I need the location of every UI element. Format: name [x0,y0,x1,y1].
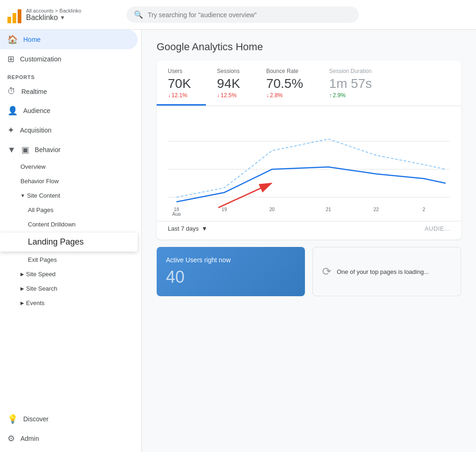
sidebar-home-label: Home [23,36,40,43]
sidebar-item-behavior[interactable]: ▼ ▣ Behavior [0,140,138,160]
loading-icon: ⟳ [322,265,331,278]
duration-change-value: 2.9% [333,92,345,99]
svg-text:2: 2 [423,206,425,212]
sidebar-item-acquisition[interactable]: ✦ Acquisition [0,120,138,140]
users-label: Users [168,68,191,74]
exit-pages-label: Exit Pages [28,256,57,263]
sidebar-item-content-drilldown[interactable]: Content Drilldown [0,217,141,232]
account-dropdown-arrow: ▼ [60,14,65,21]
content-inner: Google Analytics Home Users 70K ↓ 12.1% [142,30,476,452]
behavior-expand-icon: ▼ [7,145,16,155]
active-users-title: Active Users right now [166,256,296,264]
sidebar-item-landing-pages[interactable]: Landing Pages [0,233,138,252]
stats-tabs: Users 70K ↓ 12.1% Sessions 94K ↓ 12 [157,60,461,106]
sidebar-audience-label: Audience [23,107,50,114]
sidebar-item-home[interactable]: 🏠 Home [0,30,138,49]
page-title: Google Analytics Home [157,41,461,53]
sessions-change-value: 12.5% [221,92,237,99]
users-change: ↓ 12.1% [168,92,191,99]
sessions-down-arrow: ↓ [217,92,220,99]
svg-text:22: 22 [374,206,379,212]
analytics-logo [7,7,21,23]
content-drilldown-label: Content Drilldown [28,221,76,228]
date-range-button[interactable]: Last 7 days ▼ [168,225,207,232]
account-name-button[interactable]: Backlinko ▼ [26,13,81,22]
sidebar: 🏠 Home ⊞ Customization REPORTS ⏱ Realtim… [0,30,142,452]
analytics-chart: 18 Aug 19 20 21 22 2 [168,113,450,216]
bounce-value: 70.5% [266,76,303,91]
bottom-cards: Active Users right now 40 ⟳ One of your … [157,247,461,296]
sidebar-item-admin[interactable]: ⚙ Admin [0,429,138,448]
customization-icon: ⊞ [7,54,14,64]
chart-footer: Last 7 days ▼ AUDIE... [157,221,461,239]
date-range-label: Last 7 days [168,225,199,232]
loading-card: ⟳ One of your top pages is loading... [312,247,462,296]
stat-tab-bounce[interactable]: Bounce Rate 70.5% ↓ 2.8% [255,60,318,106]
sidebar-item-site-search[interactable]: ▶ Site Search [0,281,141,296]
sidebar-item-events[interactable]: ▶ Events [0,296,141,310]
sidebar-item-exit-pages[interactable]: Exit Pages [0,253,141,267]
landing-pages-label: Landing Pages [28,237,84,246]
behavior-icon: ▣ [21,145,29,155]
date-range-arrow: ▼ [202,225,208,232]
admin-icon: ⚙ [7,433,15,444]
sidebar-item-customization[interactable]: ⊞ Customization [0,49,138,69]
sidebar-item-audience[interactable]: 👤 Audience [0,101,138,120]
home-icon: 🏠 [7,34,18,45]
reports-section-label: REPORTS [0,69,141,82]
acquisition-icon: ✦ [7,125,14,135]
svg-text:19: 19 [222,206,227,212]
bounce-label: Bounce Rate [266,68,303,74]
chart-area: 18 Aug 19 20 21 22 2 [157,106,461,221]
search-bar[interactable]: 🔍 [126,7,359,23]
sidebar-acquisition-label: Acquisition [20,126,52,134]
svg-text:20: 20 [269,206,274,212]
sidebar-discover-label: Discover [23,415,48,423]
discover-icon: 💡 [7,414,18,424]
bounce-change: ↓ 2.8% [266,92,303,99]
audience-overview-link[interactable]: AUDIE... [424,225,450,232]
site-content-label: Site Content [27,192,60,199]
main-layout: 🏠 Home ⊞ Customization REPORTS ⏱ Realtim… [0,30,476,452]
main-content: Google Analytics Home Users 70K ↓ 12.1% [142,30,476,452]
bounce-down-arrow: ↓ [266,92,269,99]
active-users-value: 40 [166,267,296,287]
sidebar-item-behavior-overview[interactable]: Overview [0,160,141,174]
active-users-card: Active Users right now 40 [157,247,305,296]
stats-card: Users 70K ↓ 12.1% Sessions 94K ↓ 12 [157,60,461,239]
sessions-label: Sessions [217,68,240,74]
stat-tab-duration[interactable]: Session Duration 1m 57s ↑ 2.9% [318,60,387,106]
users-change-value: 12.1% [172,92,187,99]
svg-text:Aug: Aug [172,211,181,216]
sidebar-footer: 💡 Discover ⚙ Admin [0,409,141,452]
logo-bar-3 [18,9,21,23]
site-search-expand-icon: ▶ [20,286,24,291]
duration-label: Session Duration [329,68,372,74]
sidebar-item-site-speed[interactable]: ▶ Site Speed [0,267,141,281]
users-down-arrow: ↓ [168,92,171,99]
logo-area: All accounts > Backlinko Backlinko ▼ [7,7,119,23]
duration-up-arrow: ↑ [329,92,332,99]
logo-bar-2 [13,13,16,23]
stat-tab-users[interactable]: Users 70K ↓ 12.1% [157,60,206,106]
all-pages-label: All Pages [28,206,53,213]
audience-icon: 👤 [7,106,18,116]
sidebar-item-realtime[interactable]: ⏱ Realtime [0,82,138,101]
sidebar-item-behavior-flow[interactable]: Behavior Flow [0,174,141,188]
sidebar-content: 🏠 Home ⊞ Customization REPORTS ⏱ Realtim… [0,30,141,452]
sidebar-item-all-pages[interactable]: All Pages [0,203,141,217]
behavior-overview-label: Overview [20,163,46,170]
sidebar-main: 🏠 Home ⊞ Customization REPORTS ⏱ Realtim… [0,30,141,409]
users-value: 70K [168,76,191,91]
site-speed-label: Site Speed [26,271,56,278]
search-icon: 🔍 [134,10,143,19]
account-info: All accounts > Backlinko Backlinko ▼ [26,8,81,22]
stat-tab-sessions[interactable]: Sessions 94K ↓ 12.5% [206,60,255,106]
loading-text: One of your top pages is loading... [337,268,429,275]
logo-bar-1 [7,17,11,23]
events-expand-icon: ▶ [20,300,24,306]
sidebar-item-discover[interactable]: 💡 Discover [0,409,138,429]
sidebar-item-site-content[interactable]: ▼ Site Content [0,188,141,203]
svg-text:21: 21 [326,206,331,212]
search-input[interactable] [148,11,351,19]
